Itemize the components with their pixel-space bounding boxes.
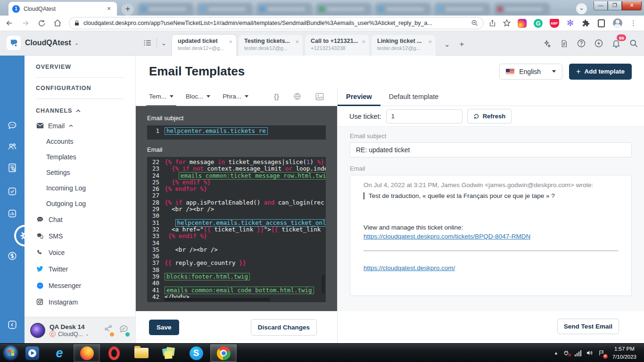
forward-button[interactable] — [19, 16, 32, 30]
browser-menu-icon[interactable]: ⋮ — [630, 19, 637, 27]
templates-dropdown[interactable]: Tem... — [149, 87, 173, 106]
chevron-down-icon[interactable]: ⌄ — [161, 40, 166, 47]
whats-new-icon[interactable] — [593, 38, 604, 49]
site-link[interactable]: https://cloudqatest.deskpro.com/ — [363, 264, 455, 272]
close-icon[interactable]: × — [229, 38, 232, 45]
tabs-chevron-icon[interactable]: ⌄ — [444, 40, 450, 49]
code-braces-icon[interactable]: {} — [274, 93, 279, 100]
reports-icon[interactable] — [7, 208, 17, 219]
chat-bubble-icon[interactable] — [7, 120, 17, 131]
home-button[interactable] — [51, 16, 64, 30]
snowflake-extension-icon[interactable]: ✻ — [567, 19, 574, 28]
horizontal-scrollbar[interactable] — [164, 298, 270, 301]
sidebar-item-outgoing-log[interactable]: Outgoing Log — [25, 196, 135, 211]
sidebar-section-configuration[interactable]: CONFIGURATION — [25, 82, 135, 94]
extension-icon-gradient[interactable] — [518, 19, 527, 28]
tab-search-button[interactable]: ⌄ — [576, 3, 587, 14]
sidebar-section-overview[interactable]: OVERVIEW — [25, 61, 135, 73]
send-test-email-button[interactable]: Send Test Email — [557, 319, 619, 334]
sparkle-icon[interactable] — [541, 38, 552, 49]
browser-profile-icon[interactable] — [613, 18, 622, 28]
vertical-scrollbar[interactable] — [322, 275, 325, 294]
back-button[interactable] — [3, 16, 16, 30]
tab-preview[interactable]: Preview — [338, 87, 380, 106]
ticket-tab[interactable]: Testing tickets...tester.desk12@g...× — [239, 35, 303, 56]
sidebar-item-accounts[interactable]: Accounts — [25, 133, 135, 149]
language-selector[interactable]: English — [499, 64, 562, 80]
start-button[interactable] — [3, 346, 18, 360]
taskbar-sticky-notes[interactable] — [156, 344, 182, 362]
close-icon[interactable]: × — [428, 38, 432, 45]
share-status-icon[interactable] — [104, 324, 113, 336]
close-icon[interactable]: × — [295, 38, 299, 45]
bookmark-star-icon[interactable] — [503, 19, 511, 27]
ticket-tab[interactable]: Linking ticket ...tester.desk12@g...× — [372, 35, 436, 56]
agent-footer[interactable]: QA Desk 14 C CloudQ... ⌄ — [25, 317, 135, 343]
close-icon[interactable]: × — [105, 5, 113, 13]
zoom-icon[interactable] — [471, 19, 479, 27]
sidebar-extension-icon[interactable] — [598, 19, 605, 27]
blocks-dropdown[interactable]: Bloc... — [186, 87, 211, 106]
taskbar-explorer[interactable] — [128, 344, 155, 362]
sidebar-item-incoming-log[interactable]: Incoming Log — [25, 180, 135, 196]
sidebar-item-instagram[interactable]: Instagram — [25, 294, 135, 310]
save-button[interactable]: Save — [149, 320, 179, 335]
agent-org[interactable]: C CloudQ... ⌄ — [50, 331, 104, 337]
phrases-dropdown[interactable]: Phra... — [223, 87, 248, 106]
share-icon[interactable] — [488, 19, 496, 27]
taskbar-firefox[interactable] — [74, 344, 100, 362]
sidebar-item-twitter[interactable]: Twitter — [25, 261, 135, 277]
billing-icon[interactable] — [7, 251, 17, 261]
sidebar-item-templates[interactable]: Templates — [25, 149, 135, 165]
taskbar-skype[interactable]: S — [183, 344, 209, 362]
use-ticket-input[interactable] — [386, 109, 462, 123]
preview-subject-input[interactable] — [350, 142, 632, 157]
search-list-icon[interactable] — [7, 163, 17, 173]
close-icon[interactable]: × — [362, 38, 365, 45]
agents-icon[interactable] — [7, 141, 17, 152]
sidebar-item-email[interactable]: Email — [25, 118, 135, 133]
search-icon[interactable] — [628, 38, 639, 49]
action-center-flag-icon[interactable]: ✕ — [598, 349, 605, 357]
chat-status-icon[interactable] — [119, 324, 129, 336]
taskbar-media-player[interactable] — [19, 344, 45, 362]
tab-default-template[interactable]: Default template — [380, 87, 447, 106]
document-icon[interactable] — [558, 38, 570, 49]
add-template-button[interactable]: + Add template — [569, 64, 632, 80]
tasks-icon[interactable] — [7, 186, 17, 197]
add-tab-icon[interactable]: + — [460, 40, 464, 49]
brand[interactable]: CloudQAtest ⌄ — [7, 36, 79, 50]
ticket-tab[interactable]: Call to +121321...+12132143238× — [305, 35, 369, 56]
notifications-bell-icon[interactable]: 99 — [611, 38, 622, 49]
volume-icon[interactable] — [586, 349, 594, 357]
taskbar-chrome[interactable] — [210, 344, 237, 362]
taskbar-opera[interactable] — [101, 344, 127, 362]
puzzle-extensions-icon[interactable] — [581, 19, 590, 28]
taskbar-clock[interactable]: 1:57 PM 7/10/2023 — [610, 345, 639, 361]
adblock-extension-icon[interactable]: ABP — [550, 19, 559, 28]
hidden-icons-arrow[interactable]: ▲ — [554, 351, 558, 355]
subject-code-editor[interactable]: 1helpcenter.emails.tickets re — [147, 125, 326, 140]
close-window-button[interactable]: ✕ — [622, 1, 642, 10]
globe-icon[interactable] — [293, 92, 301, 100]
browser-tab-active[interactable]: 1 CloudQAtest × — [8, 2, 117, 16]
reload-button[interactable] — [35, 16, 48, 30]
sidebar-item-messenger[interactable]: Messenger — [25, 277, 135, 294]
grammarly-extension-icon[interactable]: G — [534, 19, 543, 28]
ticket-list-icon[interactable] — [143, 39, 152, 47]
image-icon[interactable] — [315, 93, 324, 100]
taskbar-internet-explorer[interactable]: e — [46, 344, 73, 362]
url-bar[interactable]: cloudqatest.deskpro.com/app?useNewTicket… — [69, 17, 484, 29]
network-signal-icon[interactable] — [574, 349, 582, 357]
help-icon[interactable] — [576, 38, 587, 49]
power-plug-icon[interactable]: ✕ — [562, 349, 570, 357]
sidebar-section-channels[interactable]: CHANNELS — [25, 104, 135, 118]
new-tab-button[interactable]: + — [122, 3, 134, 16]
minimize-button[interactable]: — — [594, 1, 608, 10]
sidebar-item-sms[interactable]: SMS — [25, 228, 135, 244]
sidebar-item-settings[interactable]: Settings — [25, 165, 135, 180]
discard-changes-button[interactable]: Discard Changes — [251, 319, 317, 336]
email-code-editor[interactable]: 22{% for message in ticket_messages|slic… — [147, 157, 326, 302]
refresh-button[interactable]: Refresh — [467, 109, 512, 123]
restore-button[interactable]: ❐ — [608, 1, 622, 10]
